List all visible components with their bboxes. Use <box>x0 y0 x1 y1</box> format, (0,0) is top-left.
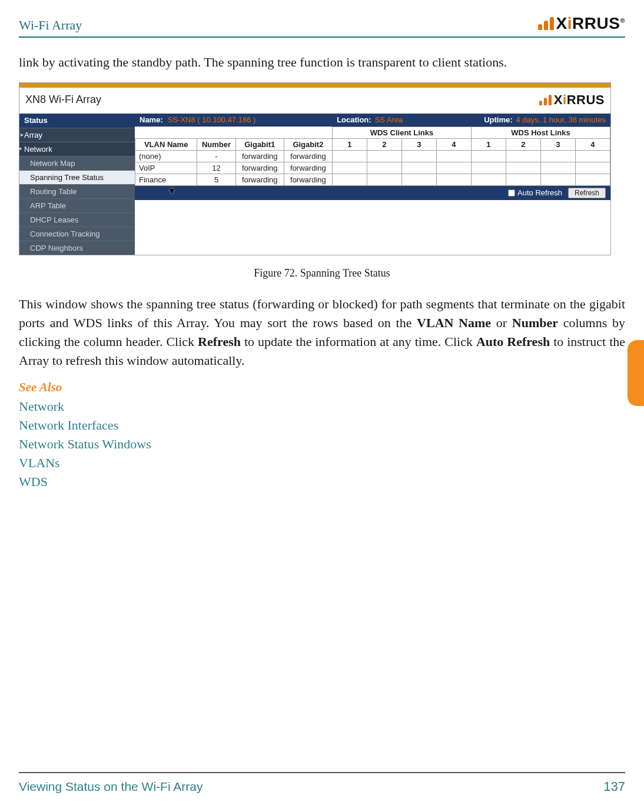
running-header: Wi-Fi Array XiRRUS® <box>19 14 625 38</box>
column-header[interactable]: VLAN Name <box>135 138 197 150</box>
table-cell: forwarding <box>284 150 332 162</box>
column-header: 4 <box>575 138 610 150</box>
xirrus-wordmark: XiRRUS® <box>556 14 625 33</box>
table-cell: Finance <box>135 174 197 185</box>
column-header: Gigabit2 <box>284 138 332 150</box>
table-cell <box>540 174 575 185</box>
meta-name-label: Name: <box>140 115 163 124</box>
column-header: 4 <box>436 138 471 150</box>
table-row: Finance5forwardingforwarding <box>135 174 610 185</box>
sidebar-item[interactable]: ARP Table <box>19 198 135 212</box>
see-also-link[interactable]: Network <box>19 397 625 416</box>
table-cell: - <box>197 150 235 162</box>
figure-caption: Figure 72. Spanning Tree Status <box>19 267 625 279</box>
footer-section: Viewing Status on the Wi-Fi Array <box>19 780 203 794</box>
auto-refresh-checkbox[interactable] <box>508 189 515 197</box>
see-also-link[interactable]: Network Interfaces <box>19 416 625 435</box>
table-cell <box>367 174 401 185</box>
see-also-list: NetworkNetwork InterfacesNetwork Status … <box>19 397 625 491</box>
table-cell <box>506 150 540 162</box>
table-cell <box>575 150 610 162</box>
product-title: XN8 Wi-Fi Array <box>25 94 101 106</box>
meta-location-value: SS Area <box>375 115 403 124</box>
table-cell <box>506 174 540 185</box>
spanning-tree-table: WDS Client Links WDS Host Links VLAN Nam… <box>135 127 610 186</box>
auto-refresh-label: Auto Refresh <box>517 188 562 197</box>
meta-bar: Name: SS-XN8 ( 10.100.47.186 ) Location:… <box>135 114 610 127</box>
screenshot-titlebar: XN8 Wi-Fi Array XiRRUS <box>19 88 610 114</box>
table-cell <box>332 162 367 174</box>
screenshot-xirrus-logo: XiRRUS <box>539 92 605 108</box>
table-footer-bar: Auto Refresh Refresh <box>135 186 610 200</box>
table-cell: 12 <box>197 162 235 174</box>
figure-wrap: XN8 Wi-Fi Array XiRRUS Status ArrayNetwo… <box>19 82 625 279</box>
table-cell: forwarding <box>235 162 284 174</box>
column-header[interactable]: Number <box>197 138 235 150</box>
table-cell: forwarding <box>284 174 332 185</box>
sidebar-item[interactable]: Routing Table <box>19 184 135 198</box>
page: Wi-Fi Array XiRRUS® link by activating t… <box>0 0 644 812</box>
sidebar-item[interactable]: Network <box>19 142 135 156</box>
refresh-button[interactable]: Refresh <box>568 188 606 198</box>
xirrus-icon <box>538 17 554 30</box>
column-header: 2 <box>367 138 401 150</box>
table-cell <box>436 150 471 162</box>
auto-refresh-toggle[interactable]: Auto Refresh <box>508 188 562 197</box>
see-also-link[interactable]: Network Status Windows <box>19 435 625 454</box>
table-cell <box>575 162 610 174</box>
table-cell: VoIP <box>135 162 197 174</box>
col-group-client: WDS Client Links <box>332 127 471 138</box>
table-cell <box>471 162 506 174</box>
column-header: 2 <box>506 138 540 150</box>
table-cell <box>332 174 367 185</box>
column-header: 1 <box>471 138 506 150</box>
table-cell <box>506 162 540 174</box>
sidebar-item[interactable]: Network Map <box>19 156 135 170</box>
table-row: (none)-forwardingforwarding <box>135 150 610 162</box>
table-cell: forwarding <box>235 174 284 185</box>
sidebar-section[interactable]: Status <box>19 114 135 128</box>
table-cell <box>540 162 575 174</box>
main-panel: Name: SS-XN8 ( 10.100.47.186 ) Location:… <box>135 114 610 255</box>
meta-uptime-value: 4 days, 1 hour, 38 minutes <box>516 115 606 124</box>
col-group-host: WDS Host Links <box>471 127 610 138</box>
meta-name-value: SS-XN8 ( 10.100.47.186 ) <box>168 115 256 124</box>
table-cell <box>540 150 575 162</box>
figure-screenshot: XN8 Wi-Fi Array XiRRUS Status ArrayNetwo… <box>19 82 611 255</box>
see-also-link[interactable]: WDS <box>19 472 625 491</box>
page-footer: Viewing Status on the Wi-Fi Array 137 <box>19 772 625 794</box>
table-cell: 5 <box>197 174 235 185</box>
sidebar-item[interactable]: Spanning Tree Status <box>19 170 135 184</box>
table-cell <box>367 162 401 174</box>
running-header-title: Wi-Fi Array <box>19 18 82 33</box>
column-header: 3 <box>401 138 436 150</box>
table-cell <box>436 174 471 185</box>
xirrus-logo: XiRRUS® <box>538 14 625 33</box>
meta-location-label: Location: <box>337 115 371 124</box>
table-cell <box>436 162 471 174</box>
sidebar-item[interactable]: Connection Tracking <box>19 227 135 241</box>
meta-uptime-label: Uptime: <box>484 115 512 124</box>
sidebar-item[interactable]: CDP Neighbors <box>19 241 135 255</box>
sidebar: Status ArrayNetworkNetwork MapSpanning T… <box>19 114 135 255</box>
footer-page-number: 137 <box>603 779 625 794</box>
table-cell: (none) <box>135 150 197 162</box>
table-cell <box>332 150 367 162</box>
table-row: VoIP12forwardingforwarding <box>135 162 610 174</box>
sidebar-item[interactable]: DHCP Leases <box>19 212 135 227</box>
table-cell <box>575 174 610 185</box>
column-header: Gigabit1 <box>235 138 284 150</box>
table-cell <box>401 150 436 162</box>
sidebar-item[interactable]: Array <box>19 128 135 142</box>
table-cell <box>401 174 436 185</box>
see-also-link[interactable]: VLANs <box>19 454 625 472</box>
table-cell: forwarding <box>284 162 332 174</box>
xirrus-icon <box>539 95 552 105</box>
explain-paragraph: This window shows the spanning tree stat… <box>19 295 625 370</box>
table-cell <box>471 174 506 185</box>
screenshot-topbar <box>19 83 610 88</box>
xirrus-wordmark: XiRRUS <box>554 92 605 108</box>
intro-paragraph: link by activating the standby path. The… <box>19 53 625 72</box>
thumb-tab <box>628 340 644 406</box>
table-cell: forwarding <box>235 150 284 162</box>
